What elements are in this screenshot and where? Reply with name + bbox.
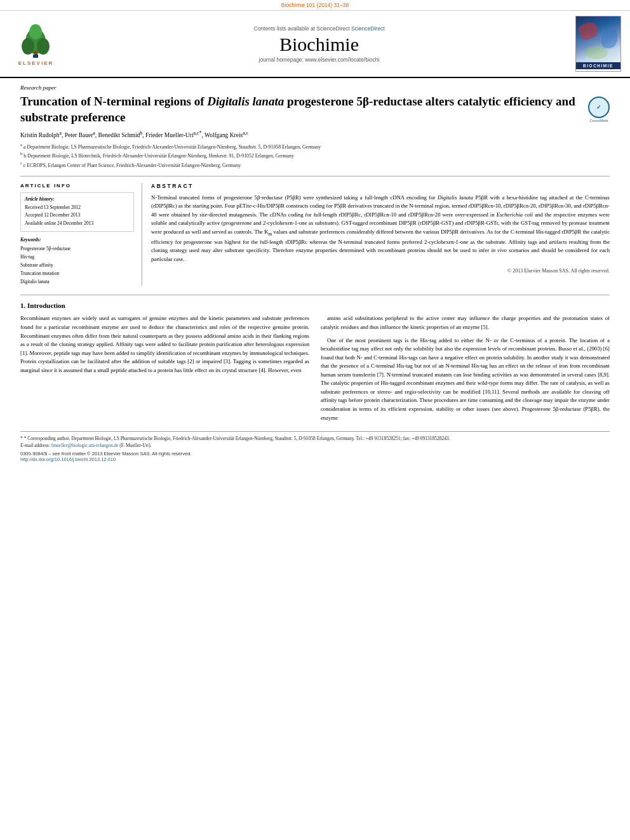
history-heading: Article history:: [25, 196, 130, 202]
keyword-1: Progesterone 5β-reductase: [20, 244, 134, 253]
intro-title: 1. Introduction: [20, 302, 610, 309]
citation-text: Biochimie 101 (2014) 31–38: [281, 2, 349, 8]
info-abstract-section: Article Info Article history: Received 1…: [20, 176, 610, 286]
affiliation-b: b b Department Biologie, LS Biotechnik, …: [20, 150, 610, 160]
copyright-line: © 2013 Elsevier Masson SAS. All rights r…: [151, 268, 610, 274]
cover-label: BIOCHIMIE: [576, 62, 620, 69]
affiliation-c: c c ECROPS, Erlangen Center of Plant Sci…: [20, 160, 610, 170]
elsevier-logo: ELSEVIER: [9, 22, 63, 66]
footnote-email: E-mail address: fmueller@biologie.uni-er…: [20, 443, 610, 448]
journal-cover-image: BIOCHIMIE: [575, 16, 621, 72]
keyword-3: Substrate affinity: [20, 261, 134, 269]
abstract-col: ABSTRACT N-Terminal truncated forms of p…: [142, 183, 610, 286]
abstract-heading: ABSTRACT: [151, 183, 610, 189]
intro-para-3: One of the most prominent tags is the Hi…: [321, 337, 610, 423]
authors-line: Kristin Rudolpha, Peter Bauera, Benedikt…: [20, 130, 610, 138]
journal-header: ELSEVIER Contents lists available at Sci…: [0, 10, 630, 78]
crossmark-badge[interactable]: ✓ CrossMark: [588, 97, 610, 123]
intro-body: Recombinant enzymes are widely used as s…: [20, 314, 610, 422]
article-content: Research paper Truncation of N-terminal …: [0, 78, 630, 469]
svg-point-3: [37, 38, 50, 55]
received-date: Received 13 September 2012: [25, 204, 130, 212]
sciencedirect-link[interactable]: ScienceDirect: [351, 25, 384, 32]
keyword-5: Digitalis lanata: [20, 277, 134, 286]
issn-line: 0300-9084/$ – see front matter © 2013 El…: [20, 451, 610, 457]
introduction-section: 1. Introduction Recombinant enzymes are …: [20, 295, 610, 422]
journal-title-large: Biochimie: [69, 35, 569, 54]
left-info-col: Article Info Article history: Received 1…: [20, 183, 142, 286]
article-info-heading: Article Info: [20, 183, 134, 189]
intro-left-col: Recombinant enzymes are widely used as s…: [20, 314, 309, 422]
affiliation-a: a a Department Biologie, LS Pharmazeutis…: [20, 142, 610, 151]
svg-point-4: [29, 24, 42, 39]
footnote-email-address[interactable]: fmueller@biologie.uni-erlangen.de: [51, 443, 119, 448]
intro-para-2: amino acid substitutions peripheral to t…: [321, 314, 610, 331]
sciencedirect-line: Contents lists available at ScienceDirec…: [69, 25, 569, 32]
journal-center-header: Contents lists available at ScienceDirec…: [69, 25, 569, 63]
article-title: Truncation of N-terminal regions of Digi…: [20, 94, 579, 125]
svg-point-2: [22, 38, 34, 55]
elsevier-tree-icon: [15, 22, 57, 59]
top-citation-bar: Biochimie 101 (2014) 31–38: [0, 0, 630, 10]
available-date: Available online 24 December 2013: [25, 220, 130, 228]
keywords-block: Keywords: Progesterone 5β-reductase His-…: [20, 237, 134, 286]
intro-right-col: amino acid substitutions peripheral to t…: [321, 314, 610, 422]
abstract-text: N-Terminal truncated forms of progestero…: [151, 194, 610, 264]
article-history-box: Article history: Received 13 September 2…: [20, 192, 134, 232]
footnote-area: * * Corresponding author. Department Bio…: [20, 431, 610, 462]
svg-point-5: [34, 51, 37, 55]
keywords-heading: Keywords:: [20, 237, 134, 243]
research-paper-label: Research paper: [20, 84, 610, 91]
affiliations-block: a a Department Biologie, LS Pharmazeutis…: [20, 142, 610, 170]
elsevier-wordmark: ELSEVIER: [18, 60, 54, 66]
keyword-4: Truncation mutation: [20, 269, 134, 277]
journal-homepage: journal homepage: www.elsevier.com/locat…: [69, 57, 569, 63]
intro-para-1: Recombinant enzymes are widely used as s…: [20, 314, 309, 375]
keyword-2: His-tag: [20, 253, 134, 261]
doi-line[interactable]: http://dx.doi.org/10.1016/j.biochi.2013.…: [20, 457, 610, 462]
title-italic: Digitalis lanata: [207, 95, 284, 108]
svg-rect-6: [33, 55, 38, 58]
accepted-date: Accepted 12 December 2013: [25, 211, 130, 220]
footnote-star: * * Corresponding author. Department Bio…: [20, 435, 610, 443]
